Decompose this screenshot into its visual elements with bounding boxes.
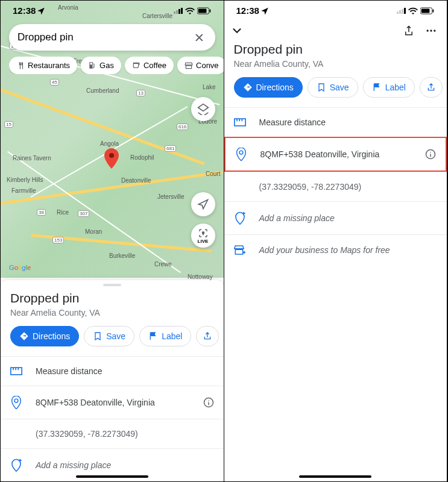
category-chips: Restaurants Gas Coffee Conve	[9, 57, 224, 74]
status-time: 12:38	[13, 5, 36, 16]
label-button[interactable]: Label	[363, 77, 415, 98]
map-place: Jetersville	[157, 193, 184, 200]
directions-button[interactable]: Directions	[234, 77, 303, 98]
row-label: (37.3329059, -78.2273049)	[36, 429, 138, 439]
battery-icon	[420, 7, 435, 14]
measure-distance-row[interactable]: Measure distance	[224, 107, 447, 137]
action-buttons: Directions Save Label	[224, 77, 447, 107]
plus-code-row-highlighted[interactable]: 8QMF+538 Deatonville, Virginia	[224, 137, 447, 172]
dropped-pin-marker[interactable]	[104, 148, 119, 169]
more-options-button[interactable]	[425, 25, 437, 37]
directions-icon	[243, 83, 253, 92]
chip-convenience[interactable]: Conve	[177, 57, 223, 74]
bookmark-icon	[317, 83, 326, 92]
home-indicator[interactable]	[299, 475, 371, 478]
action-buttons: Directions Save Label	[1, 326, 224, 356]
chip-gas[interactable]: Gas	[81, 57, 121, 74]
add-missing-place-row[interactable]: Add a missing place	[224, 201, 447, 234]
live-label: LIVE	[198, 239, 209, 244]
sheet-title: Dropped pin	[1, 291, 224, 305]
battery-icon	[197, 7, 212, 14]
wifi-icon	[185, 7, 195, 14]
svg-point-15	[239, 151, 243, 154]
save-button[interactable]: Save	[308, 77, 358, 98]
coordinates-row[interactable]: (37.3329059, -78.2273049)	[1, 419, 224, 448]
my-location-button[interactable]	[191, 192, 215, 216]
button-label: Label	[385, 83, 406, 92]
status-bar: 12:38	[1, 1, 224, 19]
row-label: Add a missing place	[259, 213, 335, 223]
map-place: Angola	[100, 140, 119, 147]
map-place: Nottoway	[188, 274, 213, 280]
save-button[interactable]: Save	[84, 326, 134, 346]
svg-point-13	[434, 30, 435, 31]
map-place: Deatonville	[121, 177, 151, 184]
map-place: Rice	[57, 209, 69, 216]
row-label: 8QMF+538 Deatonville, Virginia	[260, 149, 380, 159]
location-arrow-icon	[37, 7, 45, 15]
signal-icon	[397, 8, 406, 14]
map-place: Cumberland	[86, 87, 119, 94]
row-label: Measure distance	[259, 117, 326, 127]
status-time: 12:38	[236, 5, 259, 16]
route-shield: 307	[78, 210, 89, 217]
right-panel: 12:38 Dropped pin Near Amelia County, VA…	[224, 1, 448, 481]
wifi-icon	[408, 7, 418, 14]
flag-icon	[372, 83, 382, 92]
map-place: Kimberly Hills	[7, 177, 43, 183]
directions-button[interactable]: Directions	[10, 326, 79, 346]
row-label: Add a missing place	[36, 460, 111, 470]
chip-label: Conve	[196, 61, 219, 70]
layers-button[interactable]	[191, 97, 215, 121]
sheet-drag-handle[interactable]	[103, 284, 121, 286]
ruler-icon	[234, 118, 246, 127]
home-indicator[interactable]	[76, 475, 148, 478]
google-logo: Google	[9, 261, 43, 274]
collapse-button[interactable]	[230, 24, 244, 37]
svg-rect-9	[421, 8, 430, 13]
svg-rect-10	[433, 9, 434, 12]
search-bar[interactable]	[9, 24, 215, 51]
clear-search-button[interactable]	[191, 30, 207, 45]
detail-subtitle: Near Amelia County, VA	[224, 57, 447, 77]
info-icon[interactable]	[425, 149, 436, 160]
chip-label: Restaurants	[28, 61, 70, 70]
button-label: Label	[162, 331, 182, 341]
button-label: Save	[330, 83, 349, 92]
row-label: Add your business to Maps for free	[259, 245, 390, 255]
route-shield: 616	[177, 124, 188, 130]
svg-rect-3	[209, 9, 210, 12]
store-icon	[185, 61, 193, 70]
coffee-icon	[132, 61, 140, 70]
detail-title: Dropped pin	[224, 40, 447, 57]
button-label: Directions	[256, 83, 294, 92]
button-label: Directions	[33, 331, 70, 341]
share-button[interactable]	[403, 25, 414, 37]
add-business-row[interactable]: Add your business to Maps for free	[224, 234, 447, 265]
info-icon[interactable]	[203, 397, 214, 408]
location-pin-icon	[235, 148, 247, 161]
left-panel: Arvonia Cartersville Trents Mill Cumberl…	[1, 1, 224, 481]
gas-icon	[88, 61, 96, 70]
route-shield: 45	[50, 79, 59, 86]
row-label: (37.3329059, -78.2273049)	[259, 182, 362, 192]
chip-restaurants[interactable]: Restaurants	[9, 57, 77, 74]
share-button-2[interactable]	[420, 77, 443, 98]
route-shield: 681	[165, 145, 176, 152]
label-button[interactable]: Label	[139, 326, 191, 346]
storefront-icon	[234, 245, 246, 255]
chip-label: Gas	[99, 61, 114, 70]
route-shield: 38	[37, 209, 46, 216]
plus-code-row[interactable]: 8QMF+538 Deatonville, Virginia	[1, 386, 224, 419]
live-view-button[interactable]: LIVE	[191, 224, 215, 248]
chip-coffee[interactable]: Coffee	[125, 57, 174, 74]
coordinates-row[interactable]: (37.3329059, -78.2273049)	[224, 172, 447, 201]
measure-distance-row[interactable]: Measure distance	[1, 356, 224, 386]
map-place: Court	[206, 171, 220, 177]
search-input[interactable]	[17, 31, 191, 43]
share-button[interactable]	[196, 326, 219, 346]
bottom-sheet[interactable]: Dropped pin Near Amelia County, VA Direc…	[1, 280, 224, 481]
status-bar: 12:38	[224, 1, 447, 19]
svg-text:Google: Google	[9, 264, 31, 271]
map-place: Moran	[85, 228, 102, 235]
